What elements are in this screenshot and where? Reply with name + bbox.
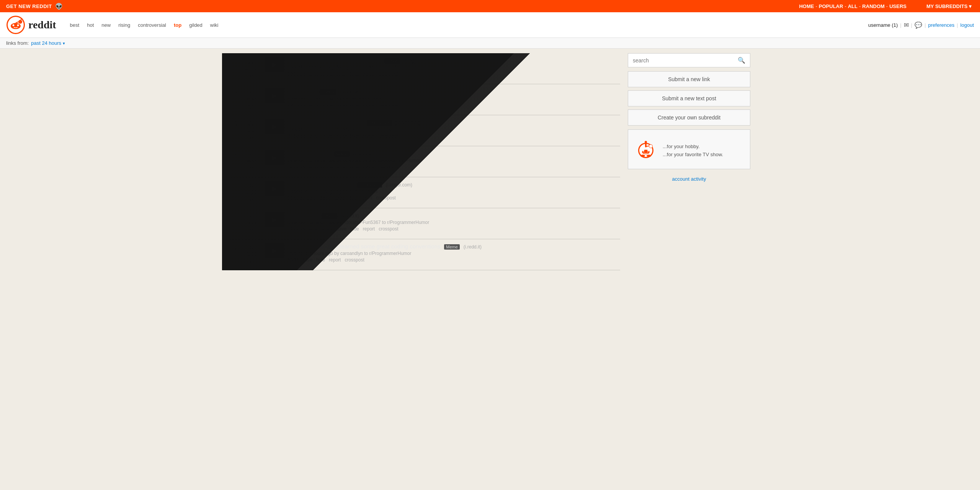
upvote-icon[interactable]: ▲ [248, 88, 255, 96]
post-hide[interactable]: hide [348, 195, 356, 201]
post-crosspost[interactable]: crosspost [376, 195, 395, 201]
downvote-icon[interactable]: ▼ [248, 72, 255, 80]
tab-wiki[interactable]: wiki [207, 21, 222, 29]
downvote-icon[interactable]: ▼ [248, 258, 255, 266]
nav-popular[interactable]: POPULAR [819, 3, 843, 9]
username-link[interactable]: username (1) [868, 22, 898, 28]
post-crosspost[interactable]: crosspost [379, 102, 398, 108]
downvote-icon[interactable]: ▼ [248, 227, 255, 235]
tab-new[interactable]: new [98, 21, 114, 29]
upvote-icon[interactable]: ▲ [248, 150, 255, 158]
tab-best[interactable]: best [67, 21, 83, 29]
post-crosspost[interactable]: crosspost [379, 164, 398, 170]
post-thumbnail[interactable]: ▶ [265, 88, 284, 103]
nav-random[interactable]: RANDOM [862, 3, 885, 9]
post-share[interactable]: share [322, 71, 333, 77]
tab-top[interactable]: top [171, 21, 185, 29]
post-title-link[interactable]: Black Cats Deserve Love too. [287, 119, 363, 126]
post-crosspost[interactable]: crosspost [379, 133, 398, 139]
post-subreddit[interactable]: r/ProgrammerHumor [367, 65, 409, 70]
post-save[interactable]: save [337, 71, 346, 77]
post-report[interactable]: report [363, 71, 375, 77]
post-comments-link[interactable]: 98 comments [287, 195, 315, 201]
post-report[interactable]: report [329, 257, 341, 263]
post-save[interactable]: save [334, 195, 344, 201]
post-title-link[interactable]: Still not enough? [287, 150, 330, 157]
post-subreddit[interactable]: r/ProgrammerHumor [387, 220, 429, 225]
post-hide[interactable]: hide [350, 71, 359, 77]
post-title-link[interactable]: My girls were so little then [287, 181, 354, 188]
preferences-link[interactable]: preferences [928, 22, 955, 28]
tab-rising[interactable]: rising [115, 21, 133, 29]
nav-users[interactable]: USERS [889, 3, 906, 9]
post-comments-link[interactable]: 485 comments [287, 164, 318, 170]
account-activity-anchor[interactable]: account activity [672, 176, 706, 182]
nav-all[interactable]: ALL [848, 3, 858, 9]
nav-home[interactable]: HOME [799, 3, 814, 9]
account-activity-link[interactable]: account activity [628, 173, 750, 185]
post-subreddit[interactable]: r/cats [383, 127, 394, 132]
post-save[interactable]: save [337, 133, 346, 139]
post-comments-link[interactable]: 696 comments [287, 71, 318, 77]
post-author[interactable]: frankly_wild [343, 96, 367, 101]
my-subreddits-btn[interactable]: MY SUBREDDITS ▾ [926, 3, 972, 9]
post-comments-link[interactable]: 769 comments [287, 133, 318, 139]
time-range-dropdown[interactable]: past 24 hours ▾ [31, 40, 65, 46]
post-author[interactable]: Adorable-Fun5367 [343, 220, 381, 225]
post-hide[interactable]: hide [350, 133, 359, 139]
post-comments-link[interactable]: 113 comments [287, 226, 318, 232]
post-thumbnail[interactable]: ▶ [265, 181, 284, 196]
post-hide[interactable]: hide [350, 164, 359, 170]
post-share[interactable]: share [322, 164, 333, 170]
post-report[interactable]: report [363, 133, 375, 139]
upvote-icon[interactable]: ▲ [248, 181, 255, 189]
post-subreddit[interactable]: r/cats [373, 96, 384, 101]
post-comments-link[interactable]: 206 comments [287, 102, 318, 108]
post-share[interactable]: share [319, 195, 330, 201]
post-report[interactable]: report [363, 164, 375, 170]
logout-link[interactable]: logout [960, 22, 974, 28]
tab-gilded[interactable]: gilded [186, 21, 206, 29]
search-input[interactable] [628, 54, 733, 67]
post-author[interactable]: caroandlyn [340, 251, 363, 256]
post-author[interactable]: someshthakur [343, 158, 372, 163]
upvote-icon[interactable]: ▲ [248, 243, 255, 251]
upvote-icon[interactable]: ▲ [248, 119, 255, 127]
submit-link-button[interactable]: Submit a new link [628, 71, 750, 87]
post-save[interactable]: save [337, 226, 346, 232]
post-share[interactable]: share [322, 102, 333, 108]
post-crosspost[interactable]: crosspost [379, 71, 398, 77]
post-title-link[interactable]: Our CS senior class learned some great c… [287, 243, 440, 250]
post-report[interactable]: report [360, 195, 372, 201]
upvote-icon[interactable]: ▲ [248, 212, 255, 220]
post-hide[interactable]: hide [350, 226, 359, 232]
post-author[interactable]: tassatus [343, 189, 360, 194]
post-subreddit[interactable]: r/ProgrammerHumor [369, 251, 412, 256]
post-crosspost[interactable]: crosspost [345, 257, 364, 263]
downvote-icon[interactable]: ▼ [248, 103, 255, 111]
post-save[interactable]: save [337, 102, 346, 108]
post-author[interactable]: Xiphias_ [343, 65, 361, 70]
downvote-icon[interactable]: ▼ [248, 165, 255, 173]
upvote-icon[interactable]: ▲ [248, 57, 255, 65]
post-save[interactable]: save [303, 257, 312, 263]
post-thumbnail[interactable]: ▶ [265, 57, 284, 72]
tab-hot[interactable]: hot [84, 21, 97, 29]
post-hide[interactable]: hide [316, 257, 325, 263]
post-title-link[interactable]: I'm new to this, am I doing this right? [287, 57, 381, 64]
post-share[interactable]: share [322, 226, 333, 232]
mail-icon[interactable]: ✉ [904, 21, 909, 29]
downvote-icon[interactable]: ▼ [248, 196, 255, 204]
post-thumbnail[interactable]: ▶ [265, 150, 284, 165]
post-thumbnail[interactable]: ▶ [265, 243, 284, 258]
post-hide[interactable]: hide [350, 102, 359, 108]
create-subreddit-button[interactable]: Create your own subreddit [628, 109, 750, 126]
post-author[interactable]: Maya_sensation [343, 127, 376, 132]
post-report[interactable]: report [363, 226, 375, 232]
post-subreddit[interactable]: r/cats [366, 189, 377, 194]
downvote-icon[interactable]: ▼ [248, 134, 255, 142]
post-crosspost[interactable]: crosspost [379, 226, 398, 232]
post-title-link[interactable]: Mouse pad [287, 88, 316, 95]
get-new-reddit-link[interactable]: GET NEW REDDIT [6, 3, 52, 9]
post-report[interactable]: report [363, 102, 375, 108]
